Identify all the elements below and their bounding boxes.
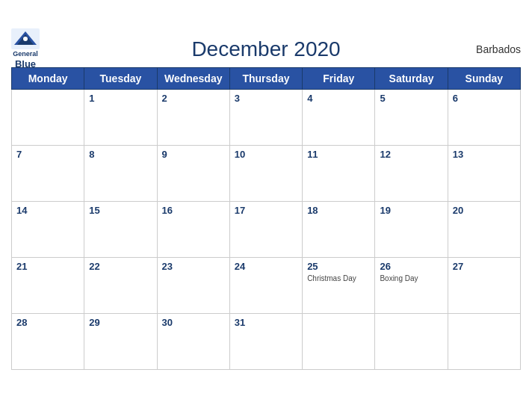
svg-point-3	[23, 37, 28, 41]
date-number: 14	[16, 205, 79, 216]
calendar-cell-w2-d5: 11	[303, 146, 375, 202]
calendar-cell-w4-d1: 21	[12, 258, 84, 314]
date-number: 12	[380, 149, 442, 160]
calendar-cell-w3-d5: 18	[303, 202, 375, 258]
calendar-cell-w1-d4: 3	[229, 90, 302, 146]
week-row-1: 123456	[12, 90, 521, 146]
week-row-3: 14151617181920	[12, 202, 521, 258]
calendar-cell-w1-d2: 1	[84, 90, 157, 146]
calendar-title: December 2020	[191, 37, 340, 61]
week-row-4: 2122232425Christmas Day26Boxing Day27	[12, 258, 521, 314]
country-label: Barbados	[476, 43, 521, 55]
calendar-cell-w2-d2: 8	[84, 146, 157, 202]
calendar-table: Monday Tuesday Wednesday Thursday Friday…	[11, 67, 521, 370]
calendar-cell-w1-d1	[12, 90, 84, 146]
date-number: 31	[235, 317, 297, 328]
date-number: 27	[453, 261, 516, 272]
weekday-thursday: Thursday	[229, 68, 302, 90]
date-number: 6	[453, 93, 516, 104]
calendar-cell-w2-d4: 10	[229, 146, 302, 202]
generalblue-logo: General Blue	[11, 28, 40, 69]
date-number: 4	[307, 93, 370, 104]
date-number: 7	[16, 149, 79, 160]
calendar-cell-w5-d1: 28	[12, 314, 84, 370]
date-number: 8	[89, 149, 152, 160]
weekday-wednesday: Wednesday	[157, 68, 229, 90]
date-number: 20	[453, 205, 516, 216]
week-row-2: 78910111213	[12, 146, 521, 202]
date-number: 24	[235, 261, 297, 272]
calendar-cell-w3-d4: 17	[229, 202, 302, 258]
date-number: 23	[162, 261, 225, 272]
calendar-wrapper: General Blue December 2020 Barbados Mond…	[0, 30, 532, 381]
calendar-cell-w4-d4: 24	[229, 258, 302, 314]
calendar-cell-w4-d3: 23	[157, 258, 229, 314]
date-number: 19	[380, 205, 442, 216]
calendar-cell-w2-d3: 9	[157, 146, 229, 202]
calendar-cell-w3-d6: 19	[375, 202, 448, 258]
calendar-cell-w3-d3: 16	[157, 202, 229, 258]
week-row-5: 28293031	[12, 314, 521, 370]
logo-blue-text: Blue	[15, 58, 36, 70]
weekday-header-row: Monday Tuesday Wednesday Thursday Friday…	[12, 68, 521, 90]
calendar-cell-w1-d3: 2	[157, 90, 229, 146]
holiday-label: Christmas Day	[307, 274, 370, 282]
calendar-cell-w2-d7: 13	[448, 146, 520, 202]
weekday-monday: Monday	[12, 68, 84, 90]
calendar-cell-w5-d4: 31	[229, 314, 302, 370]
calendar-cell-w1-d6: 5	[375, 90, 448, 146]
calendar-header: General Blue December 2020 Barbados	[11, 37, 521, 61]
calendar-cell-w1-d7: 6	[448, 90, 520, 146]
date-number: 9	[162, 149, 225, 160]
calendar-cell-w5-d5	[303, 314, 375, 370]
weekday-sunday: Sunday	[448, 68, 520, 90]
calendar-body: 1234567891011121314151617181920212223242…	[12, 90, 521, 370]
date-number: 26	[380, 261, 442, 272]
calendar-cell-w3-d1: 14	[12, 202, 84, 258]
calendar-cell-w5-d2: 29	[84, 314, 157, 370]
date-number: 10	[235, 149, 297, 160]
date-number: 5	[380, 93, 442, 104]
calendar-cell-w4-d6: 26Boxing Day	[375, 258, 448, 314]
weekday-saturday: Saturday	[375, 68, 448, 90]
weekday-friday: Friday	[303, 68, 375, 90]
date-number: 1	[89, 93, 152, 104]
calendar-cell-w4-d5: 25Christmas Day	[303, 258, 375, 314]
date-number: 18	[307, 205, 370, 216]
date-number: 11	[307, 149, 370, 160]
date-number: 13	[453, 149, 516, 160]
date-number: 22	[89, 261, 152, 272]
calendar-cell-w2-d1: 7	[12, 146, 84, 202]
date-number: 2	[162, 93, 225, 104]
calendar-cell-w3-d2: 15	[84, 202, 157, 258]
calendar-cell-w4-d7: 27	[448, 258, 520, 314]
date-number: 25	[307, 261, 370, 272]
weekday-tuesday: Tuesday	[84, 68, 157, 90]
date-number: 3	[235, 93, 297, 104]
calendar-cell-w2-d6: 12	[375, 146, 448, 202]
calendar-cell-w1-d5: 4	[303, 90, 375, 146]
date-number: 28	[16, 317, 79, 328]
date-number: 30	[162, 317, 225, 328]
calendar-cell-w4-d2: 22	[84, 258, 157, 314]
date-number: 29	[89, 317, 152, 328]
date-number: 17	[235, 205, 297, 216]
logo-general-text: General	[13, 50, 38, 58]
date-number: 16	[162, 205, 225, 216]
calendar-cell-w5-d3: 30	[157, 314, 229, 370]
calendar-cell-w5-d6	[375, 314, 448, 370]
date-number: 21	[16, 261, 79, 272]
holiday-label: Boxing Day	[380, 274, 442, 282]
calendar-cell-w5-d7	[448, 314, 520, 370]
date-number: 15	[89, 205, 152, 216]
calendar-cell-w3-d7: 20	[448, 202, 520, 258]
